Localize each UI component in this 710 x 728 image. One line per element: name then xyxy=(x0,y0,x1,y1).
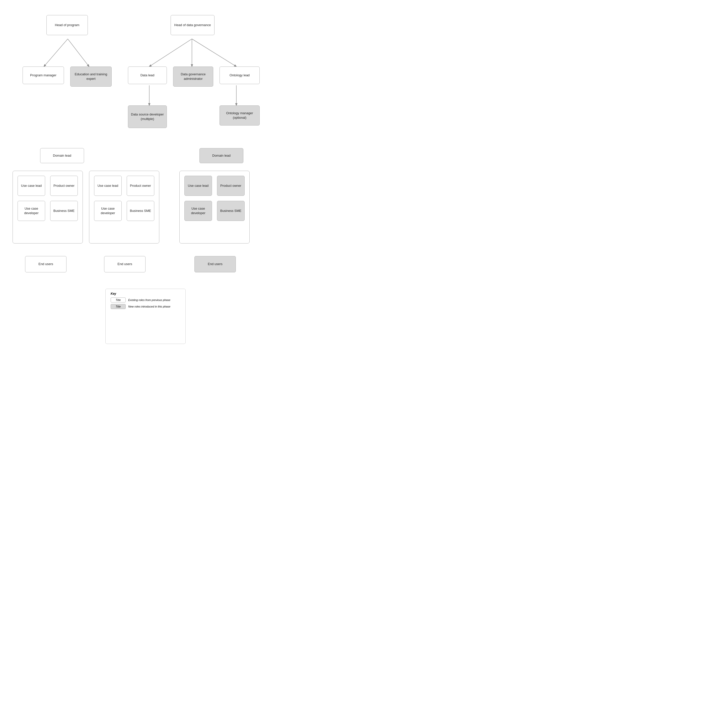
ontology-manager-box: Ontology manager (optional) xyxy=(220,106,260,125)
ontology-manager-label: Ontology manager (optional) xyxy=(220,111,260,120)
end-users-1-label: End users xyxy=(38,262,53,266)
head-of-data-governance-label: Head of data governance xyxy=(175,23,211,27)
key-new-desc: New roles introduced in this phase xyxy=(128,305,170,308)
data-source-developer-label: Data source developer (multiple) xyxy=(128,112,167,121)
product-owner-2-label: Product owner xyxy=(130,184,151,188)
data-source-developer-box: Data source developer (multiple) xyxy=(128,106,167,128)
end-users-2-label: End users xyxy=(117,262,132,266)
business-sme-3-label: Business SME xyxy=(220,209,242,213)
svg-line-2 xyxy=(149,39,192,66)
head-of-program-box: Head of program xyxy=(46,15,88,35)
key-existing-label: Title xyxy=(116,299,121,301)
use-case-developer-1-label: Use case developer xyxy=(18,206,45,215)
use-case-developer-2-label: Use case developer xyxy=(94,206,122,215)
diagram-container: Head of program Head of data governance … xyxy=(0,0,355,351)
product-owner-3-label: Product owner xyxy=(220,184,241,188)
ontology-lead-box: Ontology lead xyxy=(220,66,260,84)
end-users-3-box: End users xyxy=(194,256,236,272)
business-sme-2-label: Business SME xyxy=(130,209,151,213)
product-owner-1-box: Product owner xyxy=(50,176,78,196)
end-users-2-box: End users xyxy=(104,256,145,272)
domain-lead-right-label: Domain lead xyxy=(212,153,230,158)
key-row-existing: Title Existing roles from previous phase xyxy=(111,297,180,303)
key-section: Key Title Existing roles from previous p… xyxy=(106,289,186,344)
data-lead-box: Data lead xyxy=(128,66,167,84)
domain-lead-right-box: Domain lead xyxy=(200,148,244,163)
ontology-lead-label: Ontology lead xyxy=(230,73,249,78)
use-case-developer-1-box: Use case developer xyxy=(18,201,45,221)
domain-lead-left-box: Domain lead xyxy=(40,148,84,163)
key-new-label: Title xyxy=(116,305,121,308)
end-users-3-label: End users xyxy=(208,262,223,266)
head-of-program-label: Head of program xyxy=(55,23,79,27)
data-governance-admin-box: Data governance administrator xyxy=(173,66,213,87)
program-manager-box: Program manager xyxy=(23,66,64,84)
use-case-developer-2-box: Use case developer xyxy=(94,201,122,221)
use-case-lead-2-box: Use case lead xyxy=(94,176,122,196)
domain-lead-left-label: Domain lead xyxy=(53,153,71,158)
svg-line-0 xyxy=(44,39,68,66)
end-users-1-box: End users xyxy=(25,256,66,272)
key-existing-desc: Existing roles from previous phase xyxy=(128,299,170,301)
data-governance-admin-label: Data governance administrator xyxy=(173,72,213,81)
product-owner-3-box: Product owner xyxy=(217,176,245,196)
data-lead-label: Data lead xyxy=(141,73,154,78)
use-case-lead-2-label: Use case lead xyxy=(98,184,118,188)
education-training-box: Education and training expert xyxy=(70,66,111,87)
head-of-data-governance-box: Head of data governance xyxy=(170,15,214,35)
svg-line-1 xyxy=(68,39,89,66)
svg-line-4 xyxy=(192,39,236,66)
use-case-developer-3-box: Use case developer xyxy=(185,201,212,221)
use-case-lead-3-box: Use case lead xyxy=(185,176,212,196)
key-row-new: Title New roles introduced in this phase xyxy=(111,304,180,309)
business-sme-3-box: Business SME xyxy=(217,201,245,221)
key-box-existing: Title xyxy=(111,297,126,303)
key-title: Key xyxy=(111,292,180,296)
use-case-lead-1-label: Use case lead xyxy=(21,184,42,188)
key-box-new: Title xyxy=(111,304,126,309)
use-case-lead-1-box: Use case lead xyxy=(18,176,45,196)
product-owner-2-box: Product owner xyxy=(127,176,154,196)
use-case-lead-3-label: Use case lead xyxy=(188,184,208,188)
program-manager-label: Program manager xyxy=(30,73,56,78)
use-case-developer-3-label: Use case developer xyxy=(185,206,212,215)
business-sme-1-box: Business SME xyxy=(50,201,78,221)
education-training-label: Education and training expert xyxy=(70,72,111,81)
product-owner-1-label: Product owner xyxy=(53,184,75,188)
business-sme-2-box: Business SME xyxy=(127,201,154,221)
business-sme-1-label: Business SME xyxy=(53,209,75,213)
